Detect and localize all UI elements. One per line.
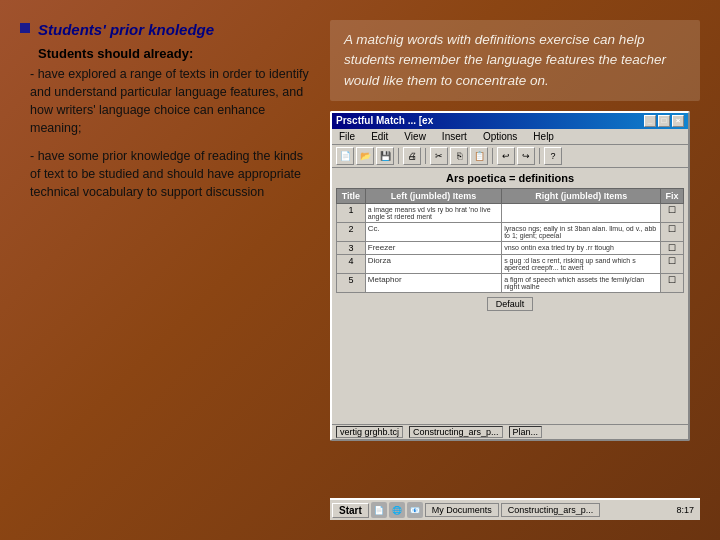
toolbar-save[interactable]: 💾 — [376, 147, 394, 165]
toolbar-redo[interactable]: ↪ — [517, 147, 535, 165]
ql-icon-2[interactable]: 🌐 — [389, 502, 405, 518]
bullet-icon — [20, 23, 30, 33]
table-row: 3 Freezer vnso ontin exa tried try by .r… — [337, 241, 684, 254]
fix-cell-5[interactable]: ☐ — [661, 273, 684, 292]
row-num-5: 5 — [337, 273, 366, 292]
menu-edit[interactable]: Edit — [368, 130, 391, 143]
ql-icon-1[interactable]: 📄 — [371, 502, 387, 518]
close-button[interactable]: × — [672, 115, 684, 127]
app-titlebar: Prsctful Match ... [ex _ □ × — [332, 113, 688, 129]
menu-options[interactable]: Options — [480, 130, 520, 143]
toolbar-open[interactable]: 📂 — [356, 147, 374, 165]
dash-item-2: - have some prior knowledge of reading t… — [30, 147, 310, 201]
toolbar-paste[interactable]: 📋 — [470, 147, 488, 165]
col-header-fix: Fix — [661, 188, 684, 203]
left-cell-5[interactable]: Metaphor — [365, 273, 501, 292]
status-segment-1: vertig grghb.tcj — [336, 426, 403, 438]
row-num-1: 1 — [337, 203, 366, 222]
bullet-item-heading: Students' prior knoledge — [20, 20, 310, 40]
toolbar-copy[interactable]: ⎘ — [450, 147, 468, 165]
table-row: 2 Cc. lyracso ngs; eally in st 3ban alan… — [337, 222, 684, 241]
app-window: Prsctful Match ... [ex _ □ × File Edit V… — [330, 111, 690, 441]
titlebar-buttons: _ □ × — [644, 115, 684, 127]
fix-cell-3[interactable]: ☐ — [661, 241, 684, 254]
taskbar-program-1[interactable]: My Documents — [425, 503, 499, 517]
right-panel: A matchig words with definitions exercis… — [330, 20, 700, 520]
fix-cell-4[interactable]: ☐ — [661, 254, 684, 273]
app-toolbar: 📄 📂 💾 🖨 ✂ ⎘ 📋 ↩ ↪ ? — [332, 145, 688, 168]
taskbar-program-2[interactable]: Constructing_ars_p... — [501, 503, 601, 517]
col-header-left: Left (jumbled) Items — [365, 188, 501, 203]
quick-launch: 📄 🌐 📧 — [371, 502, 423, 518]
col-header-num: Title — [337, 188, 366, 203]
app-menubar: File Edit View Insert Options Help — [332, 129, 688, 145]
toolbar-print[interactable]: 🖨 — [403, 147, 421, 165]
toolbar-sep-2 — [425, 148, 426, 164]
app-statusbar: vertig grghb.tcj Constructing_ars_p... P… — [332, 424, 688, 439]
right-cell-1[interactable] — [502, 203, 661, 222]
subheading-text: Students should already: — [38, 46, 310, 61]
default-button[interactable]: Default — [487, 297, 534, 311]
status-segment-3: Plan... — [509, 426, 543, 438]
left-cell-4[interactable]: Diorza — [365, 254, 501, 273]
app-title: Prsctful Match ... [ex — [336, 115, 433, 126]
description-text: A matchig words with definitions exercis… — [344, 30, 686, 91]
maximize-button[interactable]: □ — [658, 115, 670, 127]
menu-view[interactable]: View — [401, 130, 429, 143]
fix-cell-1[interactable]: ☐ — [661, 203, 684, 222]
col-header-right: Right (jumbled) Items — [502, 188, 661, 203]
right-cell-3[interactable]: vnso ontin exa tried try by .rr ttough — [502, 241, 661, 254]
row-num-3: 3 — [337, 241, 366, 254]
row-num-2: 2 — [337, 222, 366, 241]
toolbar-undo[interactable]: ↩ — [497, 147, 515, 165]
right-cell-4[interactable]: s gug :d las c rent, risking up sand whi… — [502, 254, 661, 273]
left-panel: Students' prior knoledge Students should… — [20, 20, 310, 520]
toolbar-sep-4 — [539, 148, 540, 164]
left-cell-3[interactable]: Freezer — [365, 241, 501, 254]
slide-background: Students' prior knoledge Students should… — [0, 0, 720, 540]
exercise-table: Title Left (jumbled) Items Right (jumble… — [336, 188, 684, 293]
left-cell-2[interactable]: Cc. — [365, 222, 501, 241]
menu-file[interactable]: File — [336, 130, 358, 143]
default-button-container: Default — [336, 297, 684, 311]
start-button[interactable]: Start — [332, 503, 369, 518]
toolbar-cut[interactable]: ✂ — [430, 147, 448, 165]
minimize-button[interactable]: _ — [644, 115, 656, 127]
app-content: Ars poetica = definitions Title Left (ju… — [332, 168, 688, 424]
right-cell-5[interactable]: a figm of speech which assets the femily… — [502, 273, 661, 292]
win-taskbar: Start 📄 🌐 📧 My Documents Constructing_ar… — [330, 498, 700, 520]
row-num-4: 4 — [337, 254, 366, 273]
description-box: A matchig words with definitions exercis… — [330, 20, 700, 101]
toolbar-sep-3 — [492, 148, 493, 164]
toolbar-new[interactable]: 📄 — [336, 147, 354, 165]
status-segment-2: Constructing_ars_p... — [409, 426, 503, 438]
menu-insert[interactable]: Insert — [439, 130, 470, 143]
toolbar-sep-1 — [398, 148, 399, 164]
taskbar-clock: 8:17 — [672, 505, 698, 515]
table-row: 5 Metaphor a figm of speech which assets… — [337, 273, 684, 292]
left-cell-1[interactable]: a image means vd vls ry bo hrat 'no live… — [365, 203, 501, 222]
right-cell-2[interactable]: lyracso ngs; eally in st 3ban alan. llmu… — [502, 222, 661, 241]
ql-icon-3[interactable]: 📧 — [407, 502, 423, 518]
exercise-title: Ars poetica = definitions — [336, 172, 684, 184]
dash-item-1: - have explored a range of texts in orde… — [30, 65, 310, 138]
toolbar-help[interactable]: ? — [544, 147, 562, 165]
table-row: 4 Diorza s gug :d las c rent, risking up… — [337, 254, 684, 273]
menu-help[interactable]: Help — [530, 130, 557, 143]
table-row: 1 a image means vd vls ry bo hrat 'no li… — [337, 203, 684, 222]
fix-cell-2[interactable]: ☐ — [661, 222, 684, 241]
bullet-heading-text: Students' prior knoledge — [38, 20, 214, 40]
